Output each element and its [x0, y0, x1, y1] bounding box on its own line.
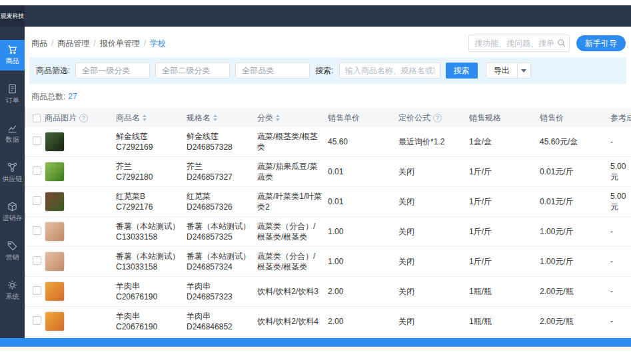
- sales-spec: 1斤/斤: [469, 222, 540, 241]
- app-logo: 观麦科技: [0, 5, 25, 27]
- reference-cost: -: [610, 132, 631, 151]
- total-label: 商品总数:: [31, 92, 65, 101]
- product-name: 番薯（本站测试）: [116, 251, 181, 262]
- sidebar-item-label: 系统: [6, 292, 19, 301]
- breadcrumb-item[interactable]: 报价单管理: [100, 38, 140, 49]
- pricing-formula: 关闭: [398, 312, 469, 331]
- summary-row: 商品总数:27: [25, 84, 631, 108]
- spec-name: 番薯（本站测试）: [187, 221, 252, 232]
- pricing-formula: 关闭: [398, 222, 469, 241]
- row-checkbox[interactable]: [33, 256, 41, 265]
- unit-price: 1.00: [328, 252, 398, 271]
- unit-price: 0.01: [328, 162, 398, 181]
- sort-icon[interactable]: [143, 114, 147, 121]
- category-level2-select[interactable]: 全部二级分类: [155, 63, 230, 79]
- spec-code: D246857325: [187, 232, 252, 242]
- sidebar-item-orders[interactable]: 订单: [0, 79, 25, 110]
- sales-price: 1.00元/斤: [540, 222, 610, 241]
- export-button[interactable]: 导出: [486, 63, 518, 79]
- product-name: 鲜金线莲: [116, 131, 181, 142]
- sidebar-item-system[interactable]: 系统: [0, 275, 25, 306]
- select-all-checkbox[interactable]: [33, 114, 41, 122]
- reference-cost: -: [610, 282, 631, 301]
- pricing-formula: 关闭: [398, 192, 469, 211]
- category-type-select[interactable]: 全部品类: [235, 63, 310, 79]
- chevron-down-icon: [521, 69, 526, 73]
- product-image[interactable]: [45, 192, 65, 212]
- product-image[interactable]: [45, 132, 65, 152]
- product-image[interactable]: [45, 311, 65, 331]
- chart-icon: [7, 123, 17, 133]
- pricing-formula: 关闭: [398, 282, 469, 301]
- table-row[interactable]: 羊肉串C20676190 羊肉串D246846852 饮料/饮料2/饮料4 2.…: [25, 307, 631, 337]
- category-level1-select[interactable]: 全部一级分类: [75, 63, 150, 79]
- help-icon[interactable]: ?: [433, 114, 442, 122]
- sidebar-item-data[interactable]: 数据: [0, 118, 25, 149]
- main-content: 商品 / 商品管理 / 报价单管理 / 学校 新手引导: [25, 27, 631, 347]
- table-row[interactable]: 芥兰C7292180 芥兰D246857327 蔬菜/茄果瓜豆/菜蔬类 0.01…: [25, 157, 631, 187]
- sidebar-item-marketing[interactable]: 营销: [0, 236, 25, 267]
- breadcrumb-separator: /: [51, 39, 53, 48]
- row-checkbox[interactable]: [33, 316, 41, 325]
- breadcrumb-item[interactable]: 商品: [31, 38, 47, 49]
- guide-button[interactable]: 新手引导: [576, 35, 626, 51]
- export-dropdown-toggle[interactable]: [518, 63, 531, 79]
- category: 饮料/饮料2/饮料4: [257, 312, 328, 331]
- sidebar-item-inventory[interactable]: 进销存: [0, 197, 25, 228]
- breadcrumb-item[interactable]: 商品管理: [57, 38, 89, 49]
- sidebar-item-supply-chain[interactable]: 供应链: [0, 158, 25, 188]
- spec-name: 红苋菜: [187, 191, 252, 202]
- spec-code: D246857324: [187, 262, 252, 272]
- unit-price: 1.00: [328, 222, 398, 241]
- search-label: 搜索:: [315, 65, 333, 77]
- sidebar-item-label: 供应链: [3, 174, 23, 184]
- bottom-bar: [0, 338, 631, 347]
- row-checkbox[interactable]: [33, 166, 41, 175]
- table-header: 商品图片? 商品名 规格名 分类 销售单价 定价公式? 销售规格 销售价 参考成: [25, 108, 631, 127]
- table-row[interactable]: 番薯（本站测试）C13033158 番薯（本站测试）D246857325 蔬菜类…: [25, 217, 631, 247]
- product-image[interactable]: [45, 252, 65, 272]
- category: 蔬菜类（分合）/根茎类/根茎类: [257, 247, 328, 276]
- help-icon[interactable]: ?: [79, 114, 88, 122]
- table-row[interactable]: 鲜金线莲C7292169 鲜金线莲D246857328 蔬菜/根茎类/根茎类 4…: [25, 127, 631, 157]
- sales-price: 0.01元/斤: [540, 162, 610, 181]
- reference-cost: -: [610, 222, 631, 241]
- spec-name: 羊肉串: [187, 311, 252, 321]
- product-name: 羊肉串: [116, 311, 181, 321]
- product-name: 红苋菜B: [116, 191, 181, 202]
- pricing-formula: 最近询价*1.2: [398, 132, 469, 151]
- filter-bar: 商品筛选: 全部一级分类 全部二级分类 全部品类 搜索: 搜索 导出: [29, 57, 626, 84]
- search-icon[interactable]: [557, 39, 566, 48]
- sort-icon[interactable]: [213, 114, 217, 121]
- unit-price: 2.00: [328, 282, 398, 301]
- table-row[interactable]: 番薯（本站测试）C13033158 番薯（本站测试）D246857324 蔬菜类…: [25, 247, 631, 277]
- product-image[interactable]: [45, 222, 65, 242]
- spec-name: 芥兰: [187, 161, 252, 172]
- product-image[interactable]: [45, 281, 65, 301]
- global-search-input[interactable]: [468, 35, 570, 52]
- search-button[interactable]: 搜索: [446, 63, 478, 79]
- total-count: 27: [68, 92, 77, 101]
- product-image[interactable]: [45, 162, 65, 182]
- topbar: 观麦科技: [0, 5, 631, 27]
- breadcrumb-item-current[interactable]: 学校: [150, 38, 166, 49]
- product-code: C7292169: [116, 142, 181, 152]
- unit-price: 0.01: [328, 192, 398, 211]
- table-row[interactable]: 红苋菜BC7292176 红苋菜D246857326 蔬菜/叶菜类1/叶菜类2 …: [25, 187, 631, 217]
- sales-price: 45.60元/盒: [540, 132, 610, 151]
- breadcrumb-separator: /: [144, 39, 146, 48]
- row-checkbox[interactable]: [33, 226, 41, 235]
- row-checkbox[interactable]: [33, 136, 41, 145]
- sidebar-item-products[interactable]: 商品: [0, 40, 25, 71]
- product-code: C20676190: [116, 291, 181, 302]
- pricing-formula: 关闭: [398, 162, 469, 181]
- product-name: 羊肉串: [116, 281, 181, 291]
- sort-icon[interactable]: [276, 114, 280, 121]
- row-checkbox[interactable]: [33, 196, 41, 205]
- table-row[interactable]: 羊肉串C20676190 羊肉串D246857323 饮料/饮料2/饮料3 2.…: [25, 277, 631, 307]
- row-checkbox[interactable]: [33, 286, 41, 295]
- export-split-button: 导出: [486, 63, 531, 79]
- product-search-input[interactable]: [339, 63, 440, 79]
- reference-cost: -: [610, 312, 631, 331]
- reference-cost: -: [610, 252, 631, 271]
